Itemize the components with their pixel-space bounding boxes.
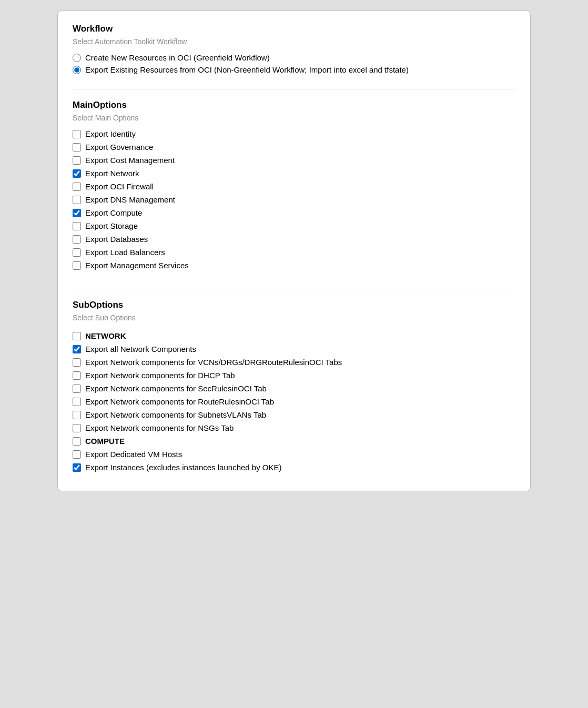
- network-category-label: NETWORK: [85, 331, 126, 340]
- checkbox-export-databases[interactable]: [73, 235, 81, 244]
- main-option-export-load-balancers[interactable]: Export Load Balancers: [73, 248, 510, 257]
- label-export-vcns-drgs: Export Network components for VCNs/DRGs/…: [85, 358, 342, 367]
- network-category-header[interactable]: NETWORK: [73, 331, 510, 340]
- label-export-secrules: Export Network components for SecRulesin…: [85, 384, 267, 393]
- label-export-management-services: Export Management Services: [85, 261, 189, 270]
- label-export-load-balancers: Export Load Balancers: [85, 248, 165, 257]
- checkbox-export-secrules[interactable]: [73, 385, 81, 393]
- checkbox-export-load-balancers[interactable]: [73, 248, 81, 257]
- label-export-governance: Export Governance: [85, 143, 153, 151]
- checkbox-export-vcns-drgs[interactable]: [73, 358, 81, 367]
- workflow-option-greenfield[interactable]: Create New Resources in OCI (Greenfield …: [73, 53, 515, 62]
- checkbox-export-routerules[interactable]: [73, 398, 81, 406]
- main-option-export-oci-firewall[interactable]: Export OCI Firewall: [73, 182, 510, 191]
- divider-2: [73, 289, 515, 289]
- suboption-export-instances[interactable]: Export Instances (excludes instances lau…: [73, 463, 510, 472]
- main-options-subtitle: Select Main Options: [73, 114, 515, 122]
- suboption-export-dhcp[interactable]: Export Network components for DHCP Tab: [73, 371, 510, 380]
- workflow-subtitle: Select Automation Toolkit Workflow: [73, 37, 515, 46]
- checkbox-export-management-services[interactable]: [73, 261, 81, 270]
- suboptions-section: SubOptions Select Sub Options NETWORK Ex…: [73, 300, 515, 476]
- label-export-oci-firewall: Export OCI Firewall: [85, 182, 154, 191]
- checkbox-export-network[interactable]: [73, 169, 81, 178]
- label-export-databases: Export Databases: [85, 235, 148, 244]
- label-export-dedicated-vm: Export Dedicated VM Hosts: [85, 450, 182, 459]
- label-export-nsgs: Export Network components for NSGs Tab: [85, 423, 234, 432]
- label-export-routerules: Export Network components for RouteRules…: [85, 397, 274, 406]
- divider-1: [73, 89, 515, 89]
- main-options-list[interactable]: Export Identity Export Governance Export…: [73, 129, 515, 274]
- workflow-title: Workflow: [73, 24, 515, 34]
- suboption-export-all-network[interactable]: Export all Network Components: [73, 345, 510, 353]
- checkbox-export-governance[interactable]: [73, 143, 81, 151]
- label-export-dhcp: Export Network components for DHCP Tab: [85, 371, 235, 380]
- workflow-section: Workflow Select Automation Toolkit Workf…: [73, 24, 515, 74]
- suboptions-title: SubOptions: [73, 300, 515, 310]
- checkbox-export-storage[interactable]: [73, 222, 81, 230]
- checkbox-compute-category[interactable]: [73, 437, 81, 446]
- checkbox-export-identity[interactable]: [73, 130, 81, 138]
- main-option-export-management-services[interactable]: Export Management Services: [73, 261, 510, 270]
- main-options-section: MainOptions Select Main Options Export I…: [73, 100, 515, 274]
- compute-category-header[interactable]: COMPUTE: [73, 437, 510, 446]
- checkbox-export-dns-management[interactable]: [73, 196, 81, 204]
- suboption-export-dedicated-vm[interactable]: Export Dedicated VM Hosts: [73, 450, 510, 459]
- checkbox-export-dedicated-vm[interactable]: [73, 450, 81, 459]
- main-option-export-databases[interactable]: Export Databases: [73, 235, 510, 244]
- label-export-network: Export Network: [85, 169, 139, 178]
- label-export-cost-management: Export Cost Management: [85, 156, 175, 165]
- suboption-export-subnetsvlans[interactable]: Export Network components for SubnetsVLA…: [73, 410, 510, 419]
- workflow-radio-greenfield[interactable]: [73, 54, 81, 62]
- suboptions-subtitle: Select Sub Options: [73, 313, 515, 322]
- label-export-identity: Export Identity: [85, 129, 136, 138]
- main-option-export-network[interactable]: Export Network: [73, 169, 510, 178]
- suboption-export-vcns-drgs[interactable]: Export Network components for VCNs/DRGs/…: [73, 358, 510, 367]
- checkbox-export-oci-firewall[interactable]: [73, 183, 81, 191]
- checkbox-export-instances[interactable]: [73, 463, 81, 472]
- workflow-label-greenfield: Create New Resources in OCI (Greenfield …: [85, 53, 270, 62]
- label-export-dns-management: Export DNS Management: [85, 195, 175, 204]
- main-option-export-compute[interactable]: Export Compute: [73, 208, 510, 217]
- compute-category-label: COMPUTE: [85, 437, 125, 446]
- main-options-title: MainOptions: [73, 100, 515, 110]
- suboption-export-nsgs[interactable]: Export Network components for NSGs Tab: [73, 423, 510, 432]
- suboption-export-routerules[interactable]: Export Network components for RouteRules…: [73, 397, 510, 406]
- label-export-compute: Export Compute: [85, 208, 142, 217]
- suboptions-list[interactable]: NETWORK Export all Network Components Ex…: [73, 329, 515, 476]
- label-export-storage: Export Storage: [85, 221, 138, 230]
- checkbox-export-dhcp[interactable]: [73, 371, 81, 380]
- label-export-all-network: Export all Network Components: [85, 345, 196, 353]
- workflow-radio-non-greenfield[interactable]: [73, 66, 81, 74]
- main-option-export-identity[interactable]: Export Identity: [73, 129, 510, 138]
- workflow-label-non-greenfield: Export Existing Resources from OCI (Non-…: [85, 65, 409, 74]
- label-export-instances: Export Instances (excludes instances lau…: [85, 463, 282, 472]
- workflow-option-non-greenfield[interactable]: Export Existing Resources from OCI (Non-…: [73, 65, 515, 74]
- suboption-export-secrules[interactable]: Export Network components for SecRulesin…: [73, 384, 510, 393]
- main-container: Workflow Select Automation Toolkit Workf…: [57, 11, 531, 491]
- checkbox-network-category[interactable]: [73, 332, 81, 340]
- checkbox-export-subnetsvlans[interactable]: [73, 411, 81, 419]
- main-option-export-cost-management[interactable]: Export Cost Management: [73, 156, 510, 165]
- main-option-export-governance[interactable]: Export Governance: [73, 143, 510, 151]
- checkbox-export-all-network[interactable]: [73, 345, 81, 353]
- label-export-subnetsvlans: Export Network components for SubnetsVLA…: [85, 410, 266, 419]
- main-option-export-storage[interactable]: Export Storage: [73, 221, 510, 230]
- checkbox-export-compute[interactable]: [73, 209, 81, 217]
- main-option-export-dns-management[interactable]: Export DNS Management: [73, 195, 510, 204]
- checkbox-export-cost-management[interactable]: [73, 156, 81, 165]
- checkbox-export-nsgs[interactable]: [73, 424, 81, 432]
